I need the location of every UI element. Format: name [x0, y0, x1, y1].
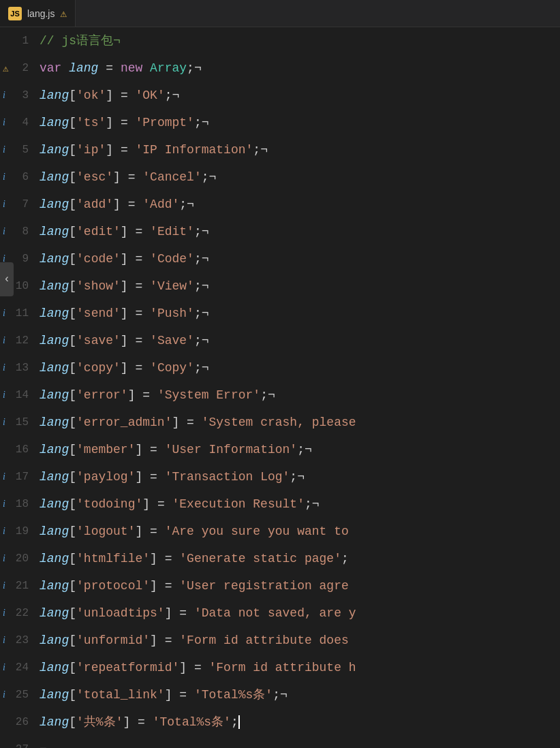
token-string: 'code': [76, 252, 121, 266]
gutter-19: i19: [0, 525, 34, 537]
code-content-5: lang['ip'] = 'IP Information';¬: [34, 136, 560, 163]
line-number-8: 8: [22, 225, 29, 238]
token-varname: lang: [40, 688, 69, 702]
tab-lang-js[interactable]: JS lang.js ⚠: [0, 0, 76, 27]
code-line-12[interactable]: i12lang['save'] = 'Save';¬: [0, 327, 560, 354]
token-string: 'Push': [150, 307, 194, 320]
info-icon: i: [3, 526, 5, 537]
code-line-13[interactable]: i13lang['copy'] = 'Copy';¬: [0, 354, 560, 381]
sidebar-toggle[interactable]: ‹: [0, 262, 14, 296]
code-line-25[interactable]: i25lang['total_link'] = 'Total%s条';¬: [0, 681, 560, 708]
token-plain: [142, 470, 150, 484]
token-punct: ;¬: [187, 61, 202, 75]
token-varname: lang: [40, 470, 69, 484]
token-varname: lang: [40, 416, 69, 429]
info-icon: i: [3, 390, 5, 401]
token-punct: ;¬: [260, 388, 275, 402]
token-punct: ;¬: [202, 170, 217, 184]
token-bracket: ]: [121, 225, 128, 238]
line-number-7: 7: [22, 198, 29, 211]
token-punct: ;¬: [194, 116, 209, 129]
token-plain: [142, 279, 150, 293]
code-line-2[interactable]: ⚠2var lang = new Array;¬: [0, 54, 560, 82]
token-bracket: [: [69, 634, 76, 647]
code-line-9[interactable]: i9lang['code'] = 'Code';¬: [0, 245, 560, 272]
code-line-22[interactable]: i22lang['unloadtips'] = 'Data not saved,…: [0, 599, 560, 627]
token-plain: [128, 116, 136, 129]
code-line-17[interactable]: i17lang['paylog'] = 'Transaction Log';¬: [0, 463, 560, 490]
token-bracket: ]: [106, 89, 113, 102]
gutter-25: i25: [0, 689, 34, 701]
token-string: 'User Information': [165, 443, 297, 456]
code-line-21[interactable]: i21lang['protocol'] = 'User registration…: [0, 572, 560, 599]
code-line-11[interactable]: i11lang['send'] = 'Push';¬: [0, 300, 560, 327]
token-equals: =: [106, 61, 113, 75]
token-plain: [165, 497, 172, 511]
token-string: 'Prompt': [136, 116, 194, 129]
token-string: 'htmlfile': [76, 552, 150, 565]
token-plain: [128, 89, 136, 102]
token-string: 'unformid': [76, 634, 150, 647]
text-cursor: [238, 715, 240, 729]
code-content-27: ¬: [34, 736, 560, 748]
token-equals: =: [135, 334, 142, 347]
token-punct: ;¬: [194, 279, 209, 293]
token-equals: =: [150, 443, 157, 456]
token-classname: Array: [150, 61, 187, 75]
code-line-5[interactable]: i5lang['ip'] = 'IP Information';¬: [0, 136, 560, 163]
tab-bar: JS lang.js ⚠: [0, 0, 560, 27]
token-string: 'Edit': [150, 225, 194, 238]
token-punct: ;¬: [194, 252, 209, 266]
code-line-27[interactable]: 27¬: [0, 736, 560, 748]
token-plain: [142, 307, 150, 320]
token-bracket: [: [69, 334, 76, 347]
token-string: 'Generate static page': [179, 552, 341, 565]
info-icon: i: [3, 471, 5, 482]
code-line-3[interactable]: i3lang['ok'] = 'OK';¬: [0, 82, 560, 109]
code-line-16[interactable]: 16lang['member'] = 'User Information';¬: [0, 436, 560, 463]
token-string: 'repeatformid': [76, 661, 179, 674]
token-bracket: ]: [142, 497, 150, 511]
line-number-25: 25: [16, 689, 29, 701]
token-string: 'User registration agre: [179, 579, 348, 593]
code-line-4[interactable]: i4lang['ts'] = 'Prompt';¬: [0, 109, 560, 136]
gutter-5: i5: [0, 144, 34, 156]
token-string: 'OK': [136, 89, 165, 102]
code-line-26[interactable]: 26lang['共%条'] = 'Total%s条';: [0, 708, 560, 736]
token-bracket: ]: [113, 170, 121, 184]
token-punct: ;¬: [165, 89, 180, 102]
token-equals: =: [128, 198, 136, 211]
token-varname: lang: [40, 170, 69, 184]
token-bracket: ]: [106, 116, 113, 129]
code-line-10[interactable]: i10lang['show'] = 'View';¬: [0, 272, 560, 300]
code-line-18[interactable]: i18lang['todoing'] = 'Execution Result';…: [0, 490, 560, 518]
token-plain: [130, 715, 138, 729]
code-line-1[interactable]: 1// js语言包¬: [0, 27, 560, 54]
info-icon: i: [3, 172, 5, 183]
code-line-8[interactable]: i8lang['edit'] = 'Edit';¬: [0, 218, 560, 245]
token-equals: =: [157, 497, 165, 511]
info-icon: i: [3, 226, 5, 237]
code-line-19[interactable]: i19lang['logout'] = 'Are you sure you wa…: [0, 518, 560, 545]
code-line-7[interactable]: i7lang['add'] = 'Add';¬: [0, 191, 560, 218]
token-equals: =: [179, 688, 187, 702]
token-comment: // js语言包¬: [40, 34, 121, 48]
token-string: 'Execution Result': [172, 497, 305, 511]
code-line-23[interactable]: i23lang['unformid'] = 'Form id attribute…: [0, 627, 560, 654]
token-bracket: [: [69, 252, 76, 266]
token-varname: lang: [40, 279, 69, 293]
code-line-24[interactable]: i24lang['repeatformid'] = 'Form id attri…: [0, 654, 560, 681]
token-varname: lang: [69, 61, 98, 75]
code-line-14[interactable]: i14lang['error'] = 'System Error';¬: [0, 381, 560, 409]
token-bracket: ]: [121, 307, 128, 320]
token-string: 'Form id attribute h: [209, 661, 356, 674]
code-line-15[interactable]: i15lang['error_admin'] = 'System crash, …: [0, 409, 560, 436]
gutter-2: ⚠2: [0, 62, 34, 74]
token-string: 'Form id attribute does: [179, 634, 348, 647]
token-bracket: ]: [150, 579, 157, 593]
token-bracket: [: [69, 388, 76, 402]
token-plain: [128, 279, 136, 293]
code-line-20[interactable]: i20lang['htmlfile'] = 'Generate static p…: [0, 545, 560, 572]
token-plain: [145, 715, 153, 729]
code-line-6[interactable]: i6lang['esc'] = 'Cancel';¬: [0, 163, 560, 191]
